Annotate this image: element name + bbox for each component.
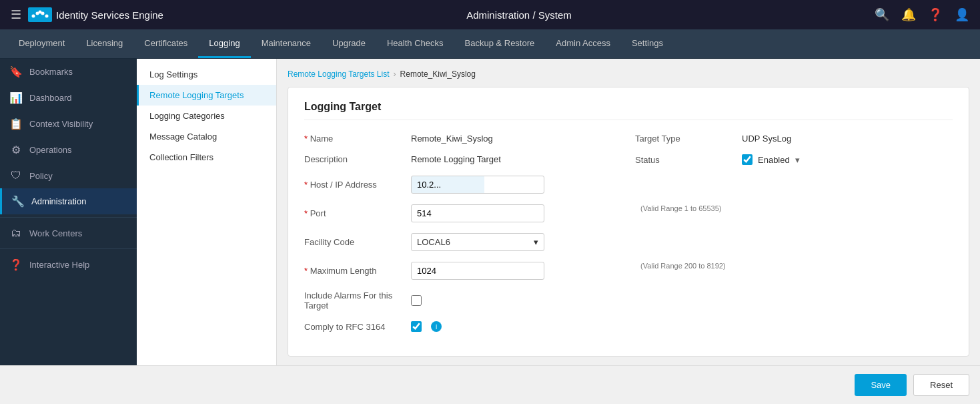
tab-deployment[interactable]: Deployment (8, 29, 75, 58)
breadcrumb-separator: › (394, 69, 396, 79)
rfc-info-icon[interactable]: i (431, 321, 442, 332)
administration-icon: 🔧 (11, 195, 25, 208)
port-input[interactable] (411, 204, 544, 222)
status-dropdown-icon[interactable]: ▾ (795, 155, 800, 165)
facility-select[interactable]: LOCAL6 ▾ (411, 233, 544, 251)
help-icon[interactable]: ❓ (928, 7, 943, 22)
tab-admin-access[interactable]: Admin Access (545, 29, 621, 58)
name-label: Name (304, 134, 411, 144)
rfc-label: Comply to RFC 3164 (304, 322, 411, 332)
svg-point-0 (32, 15, 35, 18)
app-name: Identity Services Engine (56, 9, 163, 21)
sidebar: 🔖 Bookmarks 📊 Dashboard 📋 Context Visibi… (0, 59, 137, 365)
tab-settings[interactable]: Settings (621, 29, 674, 58)
form-row-host: Host / IP Address (304, 176, 953, 194)
topbar: ☰ Identity Services Engine Administratio… (0, 0, 980, 29)
interactive-help-icon: ❓ (9, 258, 23, 271)
sub-sidebar-logging-categories[interactable]: Logging Categories (137, 106, 276, 126)
sidebar-label-context-visibility: Context Visibility (29, 119, 93, 129)
tab-maintenance[interactable]: Maintenance (251, 29, 322, 58)
dashboard-icon: 📊 (9, 91, 23, 104)
port-hint: (Valid Range 1 to 65535) (640, 204, 722, 212)
sidebar-item-context-visibility[interactable]: 📋 Context Visibility (0, 111, 137, 137)
main-layout: 🔖 Bookmarks 📊 Dashboard 📋 Context Visibi… (0, 59, 980, 365)
target-type-label: Target Type (635, 134, 742, 144)
form-row-rfc: Comply to RFC 3164 i (304, 321, 953, 332)
form-card: Logging Target Name Remote_Kiwi_Syslog T… (288, 87, 969, 357)
target-type-value: UDP SysLog (742, 134, 791, 144)
tab-backup-restore[interactable]: Backup & Restore (454, 29, 546, 58)
sidebar-divider-2 (0, 248, 137, 249)
status-label: Status (635, 155, 742, 165)
form-row-name: Name Remote_Kiwi_Syslog Target Type UDP … (304, 134, 953, 144)
notifications-icon[interactable]: 🔔 (901, 7, 916, 22)
max-length-label: Maximum Length (304, 266, 411, 276)
alarms-label: Include Alarms For this Target (304, 290, 411, 311)
form-col-port-hint: (Valid Range 1 to 65535) (635, 204, 953, 212)
alarms-checkbox-container (411, 295, 422, 306)
form-col-alarms: Include Alarms For this Target (304, 290, 622, 311)
status-checkbox[interactable] (742, 154, 753, 165)
form-row-facility: Facility Code LOCAL6 ▾ (304, 233, 953, 251)
sub-sidebar: Log Settings Remote Logging Targets Logg… (137, 59, 277, 365)
facility-label: Facility Code (304, 237, 411, 247)
max-length-input[interactable] (411, 262, 544, 280)
topbar-left: ☰ Identity Services Engine (11, 7, 163, 22)
status-container: Enabled ▾ (742, 154, 800, 165)
work-centers-icon: 🗂 (9, 227, 23, 239)
tab-licensing[interactable]: Licensing (75, 29, 133, 58)
breadcrumb-link[interactable]: Remote Logging Targets List (288, 69, 390, 79)
sub-sidebar-message-catalog[interactable]: Message Catalog (137, 126, 276, 147)
sidebar-label-interactive-help: Interactive Help (29, 260, 89, 270)
menu-icon[interactable]: ☰ (11, 7, 21, 22)
sidebar-label-dashboard: Dashboard (29, 93, 72, 103)
sidebar-label-policy: Policy (29, 171, 53, 181)
sidebar-item-administration[interactable]: 🔧 Administration (0, 188, 137, 214)
rfc-checkbox[interactable] (411, 321, 422, 332)
sidebar-label-operations: Operations (29, 145, 72, 155)
tab-health-checks[interactable]: Health Checks (376, 29, 454, 58)
tab-upgrade[interactable]: Upgrade (322, 29, 376, 58)
facility-value: LOCAL6 (417, 237, 450, 247)
sidebar-item-bookmarks[interactable]: 🔖 Bookmarks (0, 59, 137, 85)
form-col-max-length: Maximum Length (304, 262, 622, 280)
host-input[interactable] (411, 176, 544, 194)
sub-sidebar-collection-filters[interactable]: Collection Filters (137, 147, 276, 168)
svg-point-3 (41, 12, 45, 15)
form-col-host: Host / IP Address (304, 176, 622, 194)
bottom-bar: Save Reset (0, 365, 980, 404)
breadcrumb-current: Remote_Kiwi_Syslog (400, 69, 476, 79)
reset-button[interactable]: Reset (913, 374, 969, 396)
sidebar-item-dashboard[interactable]: 📊 Dashboard (0, 85, 137, 111)
bookmarks-icon: 🔖 (9, 65, 23, 78)
tab-certificates[interactable]: Certificates (133, 29, 198, 58)
sidebar-item-policy[interactable]: 🛡 Policy (0, 163, 137, 188)
search-icon[interactable]: 🔍 (875, 7, 889, 22)
description-label: Description (304, 154, 411, 164)
sidebar-item-interactive-help[interactable]: ❓ Interactive Help (0, 252, 137, 278)
save-button[interactable]: Save (855, 374, 907, 396)
tab-logging[interactable]: Logging (198, 29, 250, 58)
sub-sidebar-remote-logging-targets[interactable]: Remote Logging Targets (137, 85, 276, 106)
host-label: Host / IP Address (304, 180, 411, 190)
sidebar-label-work-centers: Work Centers (29, 228, 82, 238)
alarms-checkbox[interactable] (411, 295, 422, 306)
facility-dropdown-icon: ▾ (534, 237, 538, 247)
policy-icon: 🛡 (9, 170, 23, 182)
port-label: Port (304, 208, 411, 218)
sidebar-item-work-centers[interactable]: 🗂 Work Centers (0, 220, 137, 246)
context-visibility-icon: 📋 (9, 118, 23, 130)
user-icon[interactable]: 👤 (955, 7, 969, 22)
sub-sidebar-log-settings[interactable]: Log Settings (137, 64, 276, 85)
sidebar-item-operations[interactable]: ⚙ Operations (0, 137, 137, 163)
form-col-description: Description Remote Logging Target (304, 154, 622, 164)
content-area: Remote Logging Targets List › Remote_Kiw… (277, 59, 980, 365)
sidebar-label-administration: Administration (31, 196, 86, 206)
svg-point-4 (45, 15, 49, 18)
cisco-logo: Identity Services Engine (28, 7, 163, 22)
sidebar-divider (0, 217, 137, 218)
operations-icon: ⚙ (9, 144, 23, 156)
form-row-port: Port (Valid Range 1 to 65535) (304, 204, 953, 222)
status-text: Enabled (758, 155, 790, 165)
name-value: Remote_Kiwi_Syslog (411, 134, 493, 144)
